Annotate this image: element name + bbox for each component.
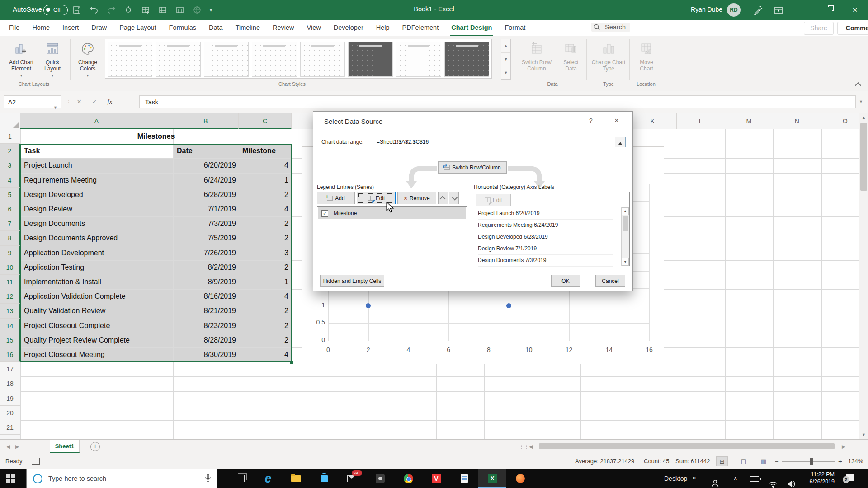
search-box[interactable]: Search	[591, 23, 630, 32]
pdf-app-icon[interactable]	[506, 469, 534, 488]
axis-edit-button[interactable]: Edit	[476, 194, 511, 206]
customize-qat-icon[interactable]: ▾	[210, 8, 212, 13]
gallery-scroll-down-icon[interactable]: ▼	[501, 53, 510, 66]
chart-style-thumbnail-6[interactable]	[348, 42, 393, 77]
menu-tab-view[interactable]: View	[301, 20, 327, 36]
menu-tab-format[interactable]: Format	[498, 20, 532, 36]
globe-icon[interactable]	[193, 5, 202, 14]
scroll-up-icon[interactable]: ▲	[859, 113, 868, 122]
page-break-view-icon[interactable]: ▥	[758, 456, 769, 466]
store-icon[interactable]	[310, 469, 338, 488]
cancel-entry-icon[interactable]: ✕	[72, 95, 86, 108]
row-header-13[interactable]: 13	[0, 304, 20, 318]
menu-tab-help[interactable]: Help	[370, 20, 396, 36]
comments-button[interactable]: Comments	[837, 22, 868, 35]
table-add-icon[interactable]	[141, 5, 150, 14]
row-header-12[interactable]: 12	[0, 289, 20, 304]
hscroll-right-icon[interactable]: ▶	[842, 440, 845, 453]
calendar-table-icon[interactable]	[175, 5, 184, 14]
row-header-2[interactable]: 2	[0, 144, 20, 158]
restore-button[interactable]	[819, 0, 840, 20]
minimize-button[interactable]	[795, 0, 816, 20]
row-header-16[interactable]: 16	[0, 347, 20, 362]
axis-scroll-thumb[interactable]	[623, 216, 628, 231]
share-button[interactable]: Share	[804, 22, 834, 35]
table-format-icon[interactable]	[158, 5, 167, 14]
row-header-10[interactable]: 10	[0, 260, 20, 275]
status-count[interactable]: Count: 45	[644, 453, 669, 469]
chart-style-thumbnail-3[interactable]	[204, 42, 249, 77]
page-layout-view-icon[interactable]: ▤	[738, 456, 750, 466]
gallery-more-icon[interactable]: ▼	[501, 66, 510, 80]
switch-row-column-dialog-button[interactable]: ⇄ Switch Row/Column	[438, 161, 507, 174]
row-header-6[interactable]: 6	[0, 202, 20, 216]
row-header-3[interactable]: 3	[0, 158, 20, 173]
hscroll-left-icon[interactable]: ◀	[529, 440, 533, 453]
row-header-1[interactable]: 1	[0, 129, 20, 144]
new-sheet-button[interactable]: +	[90, 442, 100, 451]
column-header-C[interactable]: C	[239, 113, 292, 129]
mail-icon[interactable]: 99+	[338, 469, 366, 488]
insert-function-icon[interactable]: fx	[103, 95, 117, 108]
column-header-N[interactable]: N	[773, 113, 821, 129]
toolbar-expand-icon[interactable]: »	[693, 469, 696, 488]
data-point[interactable]	[506, 303, 511, 308]
column-header-B[interactable]: B	[173, 113, 239, 129]
change-colors-button[interactable]: Change Colors ▾	[74, 38, 101, 78]
status-sum[interactable]: Sum: 611442	[675, 453, 710, 469]
menu-tab-insert[interactable]: Insert	[56, 20, 85, 36]
select-data-button[interactable]: Select Data	[558, 38, 584, 72]
save-icon[interactable]	[72, 5, 81, 14]
column-header-L[interactable]: L	[677, 113, 725, 129]
row-header-8[interactable]: 8	[0, 231, 20, 245]
column-header-A[interactable]: A	[20, 113, 173, 129]
chart-style-thumbnail-7[interactable]	[396, 42, 441, 77]
sheet-nav-right-icon[interactable]: ▶	[15, 440, 19, 453]
series-remove-button[interactable]: × Remove	[397, 192, 436, 204]
switch-row-column-button[interactable]: Switch Row/ Column	[519, 38, 554, 72]
scroll-down-icon[interactable]: ▼	[859, 430, 868, 439]
series-move-down-button[interactable]	[449, 192, 459, 204]
series-move-up-button[interactable]	[438, 192, 448, 204]
select-all-corner[interactable]	[0, 113, 21, 130]
autosave-toggle[interactable]: Off	[43, 5, 68, 15]
horizontal-scrollbar[interactable]	[537, 443, 839, 450]
axis-label-item[interactable]: Project Launch 6/20/2019	[478, 207, 613, 220]
action-center-icon[interactable]: 2	[846, 474, 854, 481]
ribbon-display-options-icon[interactable]	[774, 6, 783, 15]
gallery-scroll-up-icon[interactable]: ▲	[501, 39, 510, 53]
add-chart-element-button[interactable]: Add Chart Element ▾	[4, 38, 39, 78]
formula-input[interactable]: Task	[139, 95, 856, 108]
wifi-icon[interactable]	[769, 475, 778, 488]
axis-scroll-down-icon[interactable]: ▼	[622, 258, 629, 266]
row-header-19[interactable]: 19	[0, 391, 20, 406]
menu-tab-timeline[interactable]: Timeline	[229, 20, 266, 36]
menu-tab-formulas[interactable]: Formulas	[163, 20, 203, 36]
zoom-slider-thumb[interactable]	[810, 458, 813, 465]
menu-tab-pdfelement[interactable]: PDFelement	[396, 20, 445, 36]
row-header-14[interactable]: 14	[0, 319, 20, 333]
row-header-7[interactable]: 7	[0, 216, 20, 231]
axis-scroll-up-icon[interactable]: ▲	[622, 207, 629, 215]
accessibility-icon[interactable]	[32, 458, 40, 465]
avatar[interactable]: RD	[727, 3, 741, 17]
clock[interactable]: 11:22 PM 6/26/2019	[801, 471, 835, 485]
move-chart-button[interactable]: Move Chart	[633, 38, 660, 72]
undo-icon[interactable]	[90, 5, 99, 14]
menu-tab-draw[interactable]: Draw	[85, 20, 113, 36]
tabbar-splitter[interactable]: ⋮⋮	[519, 440, 529, 453]
zoom-out-icon[interactable]: −	[775, 453, 779, 469]
namebox-splitter[interactable]: ⋮	[66, 98, 71, 104]
normal-view-icon[interactable]: ⊞	[716, 456, 728, 466]
dark-app-icon[interactable]	[366, 469, 394, 488]
axis-label-item[interactable]: Design Review 7/1/2019	[478, 243, 613, 255]
menu-tab-review[interactable]: Review	[266, 20, 301, 36]
chart-style-thumbnail-2[interactable]	[156, 42, 200, 77]
cortana-icon[interactable]	[33, 474, 42, 483]
task-view-icon[interactable]	[226, 469, 254, 488]
selection-fill-handle[interactable]	[290, 361, 294, 365]
data-point[interactable]	[366, 303, 371, 308]
zoom-slider[interactable]	[782, 461, 835, 462]
series-list[interactable]: ✓ Milestone	[317, 206, 467, 266]
chart-style-thumbnail-5[interactable]	[300, 42, 345, 77]
